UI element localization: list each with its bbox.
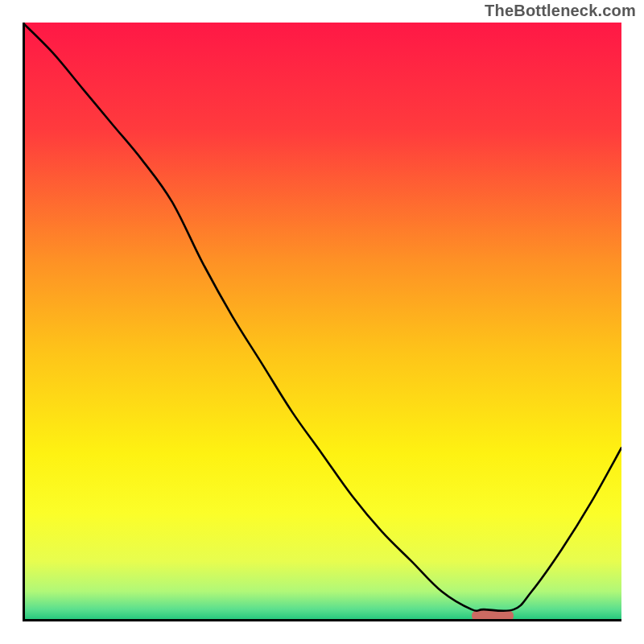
watermark-text: TheBottleneck.com <box>485 2 636 20</box>
plot-area <box>23 23 621 621</box>
y-axis <box>23 23 25 621</box>
bottleneck-curve <box>23 23 621 621</box>
x-axis <box>23 619 621 621</box>
chart-container: TheBottleneck.com <box>0 0 644 644</box>
